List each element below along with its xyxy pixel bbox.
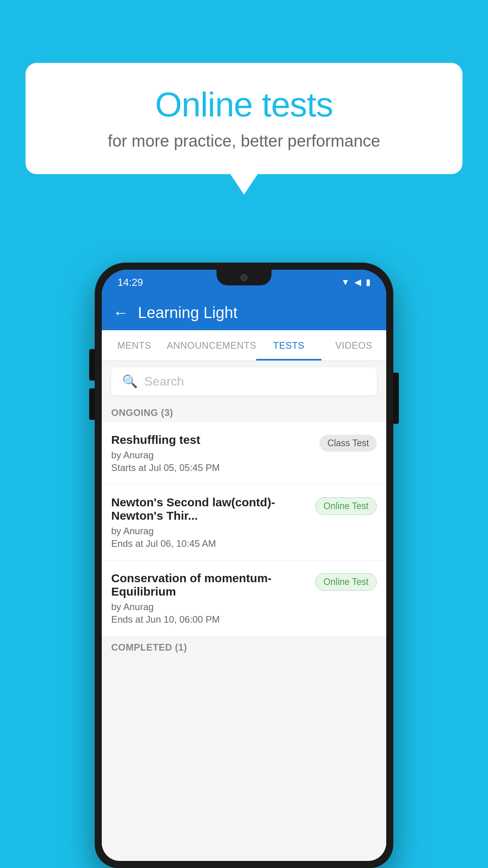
status-icons: ▼ ◀ ▮ (341, 277, 371, 287)
tests-list: Reshuffling test by Anurag Starts at Jul… (102, 422, 386, 636)
test-item-newton[interactable]: Newton's Second law(contd)-Newton's Thir… (102, 485, 386, 561)
front-camera (240, 274, 248, 281)
completed-section-label: COMPLETED (1) (102, 636, 386, 657)
test-info-reshuffling: Reshuffling test by Anurag Starts at Jul… (111, 433, 319, 473)
tabs-bar: MENTS ANNOUNCEMENTS TESTS VIDEOS (102, 330, 386, 361)
ongoing-section-label: ONGOING (3) (102, 402, 386, 422)
back-button[interactable]: ← (113, 304, 128, 322)
bubble-title: Online tests (49, 85, 439, 125)
search-placeholder: Search (144, 374, 184, 389)
app-header: ← Learning Light (102, 295, 386, 330)
wifi-icon: ▼ (341, 277, 350, 287)
volume-down-button (89, 388, 95, 420)
test-by-conservation: by Anurag (111, 601, 309, 612)
test-badge-conservation: Online Test (315, 573, 377, 591)
battery-icon: ▮ (366, 277, 371, 287)
test-info-newton: Newton's Second law(contd)-Newton's Thir… (111, 496, 315, 549)
signal-icon: ◀ (354, 277, 361, 287)
phone-notch (216, 270, 272, 285)
search-bar[interactable]: 🔍 Search (111, 367, 377, 395)
test-by-reshuffling: by Anurag (111, 450, 313, 461)
search-icon: 🔍 (122, 374, 138, 389)
test-name-conservation: Conservation of momentum-Equilibrium (111, 572, 309, 598)
test-by-newton: by Anurag (111, 526, 309, 537)
test-name-newton: Newton's Second law(contd)-Newton's Thir… (111, 496, 309, 522)
promo-bubble: Online tests for more practice, better p… (26, 63, 462, 174)
status-bar: 14:29 ▼ ◀ ▮ (102, 270, 386, 295)
test-time-reshuffling: Starts at Jul 05, 05:45 PM (111, 462, 313, 473)
tab-announcements[interactable]: ANNOUNCEMENTS (167, 330, 256, 360)
phone-screen: 14:29 ▼ ◀ ▮ ← Learning Light MENTS ANNOU… (102, 270, 386, 861)
test-item-conservation[interactable]: Conservation of momentum-Equilibrium by … (102, 561, 386, 636)
tab-videos[interactable]: VIDEOS (321, 330, 386, 360)
test-item-reshuffling[interactable]: Reshuffling test by Anurag Starts at Jul… (102, 422, 386, 485)
search-container: 🔍 Search (102, 361, 386, 402)
volume-up-button (89, 349, 95, 381)
test-name-reshuffling: Reshuffling test (111, 433, 313, 447)
app-title: Learning Light (138, 304, 238, 322)
test-info-conservation: Conservation of momentum-Equilibrium by … (111, 572, 315, 625)
phone-mockup: 14:29 ▼ ◀ ▮ ← Learning Light MENTS ANNOU… (95, 263, 393, 868)
power-button (393, 373, 399, 424)
test-badge-newton: Online Test (315, 497, 377, 515)
status-time: 14:29 (117, 276, 143, 289)
bubble-subtitle: for more practice, better performance (49, 132, 439, 151)
test-badge-reshuffling: Class Test (319, 435, 377, 452)
tab-ments[interactable]: MENTS (102, 330, 167, 360)
test-time-conservation: Ends at Jun 10, 06:00 PM (111, 614, 309, 625)
tab-tests[interactable]: TESTS (256, 330, 321, 360)
test-time-newton: Ends at Jul 06, 10:45 AM (111, 538, 309, 549)
